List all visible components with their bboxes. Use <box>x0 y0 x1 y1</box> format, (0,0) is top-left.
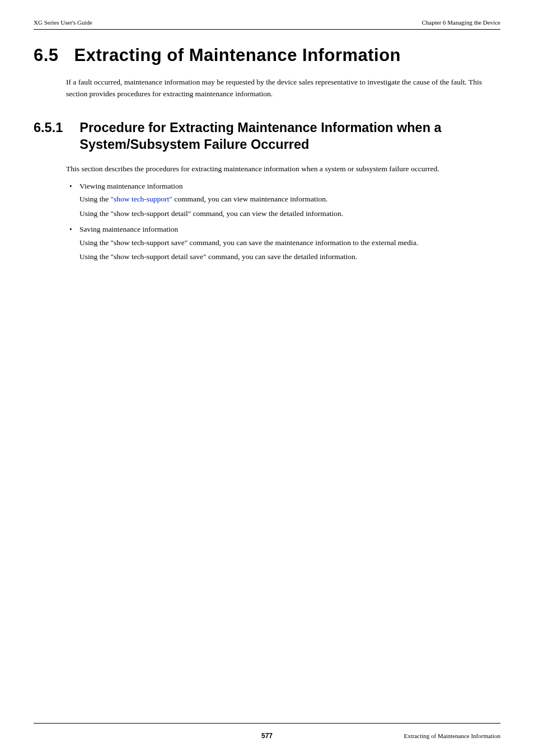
lead-paragraph: This section describes the procedures fo… <box>66 163 500 175</box>
page-number: 577 <box>261 732 273 740</box>
header-right: Chapter 6 Managing the Device <box>421 19 500 26</box>
bullet-title: Saving maintenance information <box>79 225 178 233</box>
heading-title: Extracting of Maintenance Information <box>74 45 500 65</box>
page-footer: 577 Extracting of Maintenance Informatio… <box>34 723 500 739</box>
section-heading-6-5: 6.5 Extracting of Maintenance Informatio… <box>34 45 500 65</box>
bullet-line: Using the "show tech-support" command, y… <box>79 192 500 206</box>
body-block: This section describes the procedures fo… <box>66 163 500 264</box>
page-container: XG Series User's Guide Chapter 6 Managin… <box>0 0 534 756</box>
text-fragment: command, you can view maintenance inform… <box>172 195 327 203</box>
bullet-line: Using the "show tech-support detail save… <box>79 250 500 264</box>
bullet-line: Using the "show tech-support save" comma… <box>79 236 500 250</box>
heading-number: 6.5 <box>34 45 59 65</box>
subheading-title: Procedure for Extracting Maintenance Inf… <box>79 119 500 153</box>
list-item: Saving maintenance information Using the… <box>66 224 500 264</box>
list-item: Viewing maintenance information Using th… <box>66 181 500 221</box>
running-header: XG Series User's Guide Chapter 6 Managin… <box>34 19 500 30</box>
header-left: XG Series User's Guide <box>34 19 92 26</box>
command-link[interactable]: "show tech-support" <box>111 195 172 203</box>
subheading-number: 6.5.1 <box>34 119 63 153</box>
footer-section-title: Extracting of Maintenance Information <box>404 732 500 739</box>
bullet-list: Viewing maintenance information Using th… <box>66 181 500 264</box>
section-intro: If a fault occurred, maintenance informa… <box>66 77 500 100</box>
text-fragment: Using the <box>79 195 111 203</box>
bullet-title: Viewing maintenance information <box>79 182 182 190</box>
subsection-heading-6-5-1: 6.5.1 Procedure for Extracting Maintenan… <box>34 119 500 153</box>
bullet-line: Using the "show tech-support detail" com… <box>79 206 500 221</box>
